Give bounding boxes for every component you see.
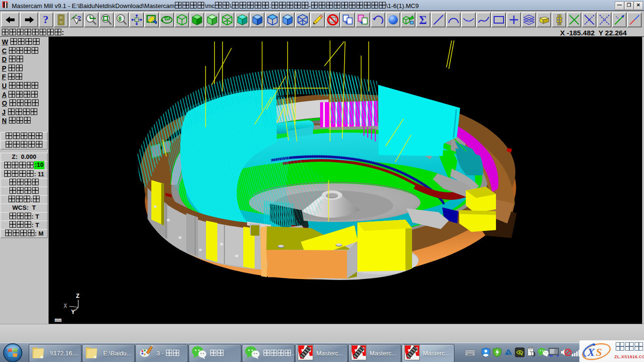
- svg-text:X: X: [587, 346, 595, 358]
- svg-text:mm: mm: [55, 317, 61, 324]
- svg-text:Z: Z: [76, 293, 80, 300]
- svg-text:Y: Y: [71, 309, 75, 316]
- svg-text:8: 8: [118, 16, 122, 22]
- svg-text:?: ?: [43, 14, 49, 25]
- svg-text:?: ?: [77, 15, 81, 22]
- svg-text:Σ: Σ: [419, 14, 427, 26]
- svg-text:X: X: [64, 303, 67, 310]
- svg-text:S: S: [596, 346, 602, 358]
